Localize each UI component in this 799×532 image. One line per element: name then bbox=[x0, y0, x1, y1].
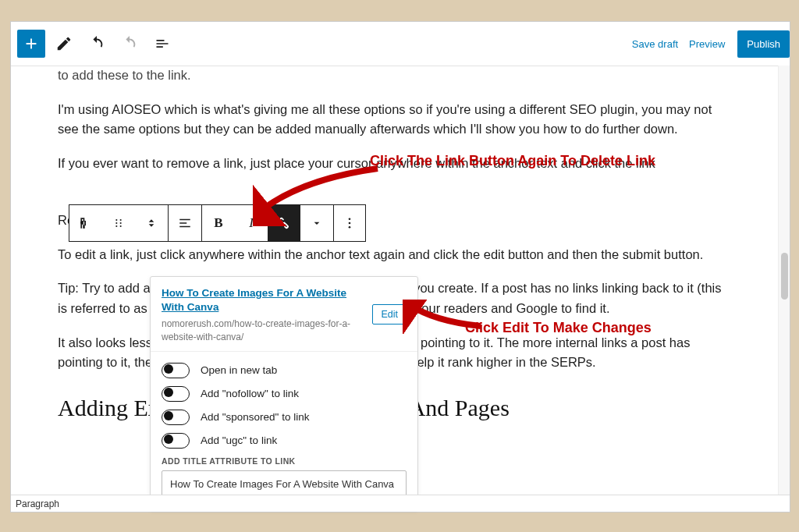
link-target-url: nomorerush.com/how-to-create-images-for-… bbox=[162, 317, 364, 342]
paragraph[interactable]: I'm using AIOSEO which is what's giving … bbox=[58, 100, 732, 140]
link-edit-popover: How To Create Images For A Website With … bbox=[150, 276, 418, 509]
add-block-button[interactable] bbox=[17, 30, 45, 58]
title-attribute-label: ADD TITLE ATTRIBUTE TO LINK bbox=[162, 456, 407, 466]
paragraph[interactable]: to add these to the link. bbox=[58, 66, 732, 86]
block-type-button[interactable]: ¶ bbox=[69, 205, 102, 241]
toggle-ugc[interactable] bbox=[162, 433, 190, 449]
kebab-icon bbox=[343, 216, 357, 230]
svg-point-6 bbox=[120, 225, 122, 227]
redo-icon bbox=[121, 35, 138, 52]
svg-point-7 bbox=[349, 218, 351, 220]
preview-button[interactable]: Preview bbox=[689, 38, 725, 50]
toggle-label: Add "nofollow" to link bbox=[201, 388, 299, 399]
toggle-label: Add "sponsored" to link bbox=[201, 411, 309, 423]
svg-point-1 bbox=[115, 219, 117, 221]
bold-button[interactable]: B bbox=[202, 205, 235, 241]
more-rich-text-button[interactable] bbox=[300, 205, 333, 241]
svg-point-3 bbox=[115, 222, 117, 224]
paragraph[interactable]: If you ever want to remove a link, just … bbox=[58, 154, 732, 174]
align-button[interactable] bbox=[169, 205, 201, 241]
tools-button[interactable] bbox=[50, 30, 78, 58]
scrollbar-track[interactable] bbox=[778, 66, 790, 495]
topbar-right: Save draft Preview Publish bbox=[632, 30, 783, 58]
chevrons-icon bbox=[145, 217, 158, 229]
svg-point-4 bbox=[120, 222, 122, 224]
editor-footer: Paragraph bbox=[11, 495, 790, 512]
toggle-sponsored[interactable] bbox=[162, 410, 190, 425]
plus-icon bbox=[23, 35, 40, 52]
editor-topbar: Save draft Preview Publish bbox=[11, 22, 790, 66]
topbar-left bbox=[17, 30, 176, 58]
editor-window: Save draft Preview Publish to add these … bbox=[10, 21, 790, 512]
title-attribute-input[interactable] bbox=[162, 470, 407, 498]
drag-handle[interactable] bbox=[102, 205, 135, 241]
document-outline-button[interactable] bbox=[148, 30, 176, 58]
toggle-label: Open in new tab bbox=[201, 364, 277, 376]
paragraph-icon: ¶ bbox=[78, 215, 94, 231]
more-options-button[interactable] bbox=[334, 205, 365, 241]
svg-point-5 bbox=[115, 225, 117, 227]
undo-icon bbox=[88, 35, 105, 52]
toggle-label: Add "ugc" to link bbox=[201, 434, 277, 446]
toggle-open-new-tab[interactable] bbox=[162, 363, 190, 378]
block-breadcrumb[interactable]: Paragraph bbox=[16, 498, 59, 509]
italic-button[interactable]: I bbox=[235, 205, 268, 241]
save-draft-button[interactable]: Save draft bbox=[632, 38, 678, 50]
link-target-title[interactable]: How To Create Images For A Website With … bbox=[162, 286, 364, 314]
block-toolbar: ¶ B I bbox=[69, 204, 366, 242]
link-icon bbox=[276, 215, 292, 231]
paragraph[interactable]: To edit a link, just click anywhere with… bbox=[58, 245, 732, 265]
svg-point-8 bbox=[349, 222, 351, 225]
undo-button[interactable] bbox=[83, 30, 111, 58]
chevron-down-icon bbox=[311, 217, 323, 229]
pencil-icon bbox=[55, 35, 73, 52]
toggle-nofollow[interactable] bbox=[162, 386, 190, 402]
svg-point-9 bbox=[349, 226, 351, 229]
svg-text:¶: ¶ bbox=[80, 218, 85, 229]
svg-point-2 bbox=[120, 219, 122, 221]
link-button[interactable] bbox=[268, 205, 300, 241]
outline-icon bbox=[154, 36, 170, 51]
publish-button[interactable]: Publish bbox=[737, 30, 790, 58]
redo-button[interactable] bbox=[115, 30, 144, 58]
move-up-down[interactable] bbox=[135, 205, 168, 241]
scrollbar-thumb[interactable] bbox=[781, 253, 788, 300]
drag-icon bbox=[112, 217, 125, 229]
align-icon bbox=[178, 216, 192, 230]
edit-link-button[interactable]: Edit bbox=[372, 304, 407, 325]
